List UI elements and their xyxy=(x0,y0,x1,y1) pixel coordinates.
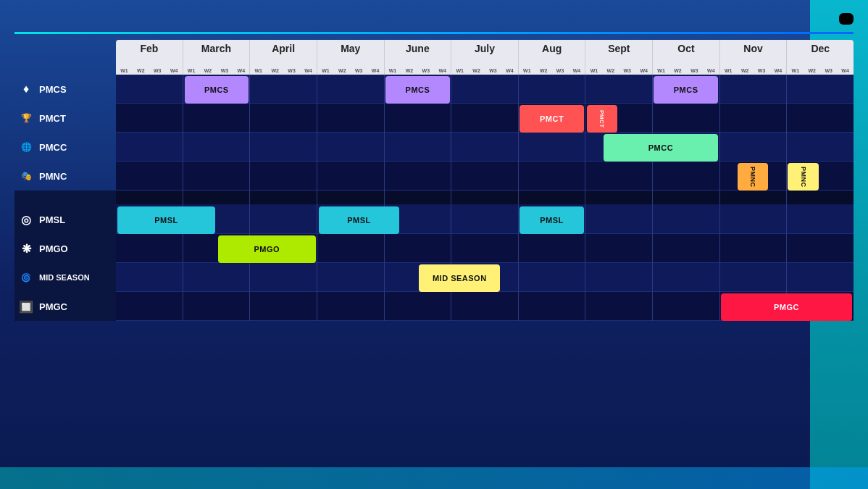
legend-pmsl: ◎ PMSL xyxy=(14,205,116,234)
month-sept-label: Sept xyxy=(585,40,652,54)
month-oct-weeks: W1 W2 W3 W4 xyxy=(653,54,719,75)
pmgo-icon: ❋ xyxy=(17,240,35,257)
month-july: July W1 W2 W3 W4 xyxy=(451,40,519,75)
grid-column: Feb W1 W2 W3 W4 March W1 W2 W3 W4 xyxy=(116,40,854,321)
legend-pmcs-label: PMCS xyxy=(39,84,67,95)
month-may-weeks: W1 W2 W3 W4 xyxy=(317,54,384,75)
month-june-label: June xyxy=(385,40,451,54)
month-nov: Nov W1 W2 W3 W4 xyxy=(720,40,788,75)
month-oct: Oct W1 W2 W3 W4 xyxy=(653,40,720,75)
row-pmct xyxy=(116,104,854,133)
month-feb-label: Feb xyxy=(116,40,183,54)
header-row xyxy=(14,13,854,25)
pmsl-icon: ◎ xyxy=(17,211,35,228)
month-aug-weeks: W1 W2 W3 W4 xyxy=(519,54,585,75)
pmcc-icon: 🌐 xyxy=(17,138,35,156)
month-dec-label: Dec xyxy=(787,40,854,54)
pmct-icon: 🏆 xyxy=(17,109,35,127)
rows-wrapper xyxy=(116,75,854,321)
row-pmcs xyxy=(116,75,854,104)
month-march: March W1 W2 W3 W4 xyxy=(183,40,251,75)
legend-pmnc: 🎭 PMNC xyxy=(14,162,116,191)
month-june-weeks: W1 W2 W3 W4 xyxy=(385,54,451,75)
pmgc-icon: 🔲 xyxy=(17,298,35,315)
legend-pmct: 🏆 PMCT xyxy=(14,104,116,133)
month-july-label: July xyxy=(451,40,518,54)
legend-pmgc: 🔲 PMGC xyxy=(14,292,116,321)
timeline-container: ♦ PMCS 🏆 PMCT 🌐 PMCC 🎭 PMNC ◎ xyxy=(14,40,854,321)
legend-pmcc: 🌐 PMCC xyxy=(14,133,116,162)
month-april-label: April xyxy=(250,40,317,54)
legend-pmcs: ♦ PMCS xyxy=(14,75,116,104)
pmcs-icon: ♦ xyxy=(17,80,35,98)
legend-pmsl-label: PMSL xyxy=(39,214,65,225)
month-may-label: May xyxy=(317,40,384,54)
legend-column: ♦ PMCS 🏆 PMCT 🌐 PMCC 🎭 PMNC ◎ xyxy=(14,40,116,321)
legend-pmcc-label: PMCC xyxy=(39,142,67,153)
teal-accent-bottom xyxy=(0,467,868,489)
month-sept: Sept W1 W2 W3 W4 xyxy=(585,40,653,75)
main-content: ♦ PMCS 🏆 PMCT 🌐 PMCC 🎭 PMNC ◎ xyxy=(0,0,868,328)
row-midseason xyxy=(116,263,854,292)
month-oct-label: Oct xyxy=(653,40,719,54)
header-divider xyxy=(14,32,854,34)
events-grid: PMCS PMCS PMCS PMCT PMCT PMCC PMNC PMNC … xyxy=(116,75,854,321)
legend-pmnc-label: PMNC xyxy=(39,171,67,182)
midseason-icon: 🌀 xyxy=(17,269,35,286)
legend-midseason: 🌀 MID SEASON xyxy=(14,263,116,292)
month-june: June W1 W2 W3 W4 xyxy=(385,40,452,75)
month-aug: Aug W1 W2 W3 W4 xyxy=(519,40,586,75)
month-header-row: Feb W1 W2 W3 W4 March W1 W2 W3 W4 xyxy=(116,40,854,75)
row-gap xyxy=(116,191,854,205)
month-july-weeks: W1 W2 W3 W4 xyxy=(451,54,518,75)
legend-pmgo-label: PMGO xyxy=(39,243,68,254)
row-pmcc xyxy=(116,133,854,162)
legend-pmgc-label: PMGC xyxy=(39,301,67,312)
month-dec-weeks: W1 W2 W3 W4 xyxy=(787,54,854,75)
month-feb: Feb W1 W2 W3 W4 xyxy=(116,40,183,75)
month-april-weeks: W1 W2 W3 W4 xyxy=(250,54,317,75)
month-feb-weeks: W1 W2 W3 W4 xyxy=(116,54,183,75)
pmnc-icon: 🎭 xyxy=(17,167,35,185)
month-sept-weeks: W1 W2 W3 W4 xyxy=(585,54,652,75)
month-nov-label: Nov xyxy=(720,40,787,54)
legend-pmct-label: PMCT xyxy=(39,113,66,124)
month-dec: Dec W1 W2 W3 W4 xyxy=(787,40,854,75)
month-aug-label: Aug xyxy=(519,40,585,54)
pubg-logo xyxy=(839,13,854,25)
month-march-weeks: W1 W2 W3 W4 xyxy=(183,54,250,75)
month-march-label: March xyxy=(183,40,250,54)
legend-pmgo: ❋ PMGO xyxy=(14,234,116,263)
month-nov-weeks: W1 W2 W3 W4 xyxy=(720,54,787,75)
row-pmgc xyxy=(116,292,854,321)
legend-spacer xyxy=(14,40,116,75)
legend-midseason-label: MID SEASON xyxy=(39,273,90,282)
row-pmsl xyxy=(116,205,854,234)
row-pmnc xyxy=(116,162,854,191)
legend-gap xyxy=(14,191,116,205)
month-may: May W1 W2 W3 W4 xyxy=(317,40,385,75)
month-april: April W1 W2 W3 W4 xyxy=(250,40,317,75)
row-pmgo xyxy=(116,234,854,263)
